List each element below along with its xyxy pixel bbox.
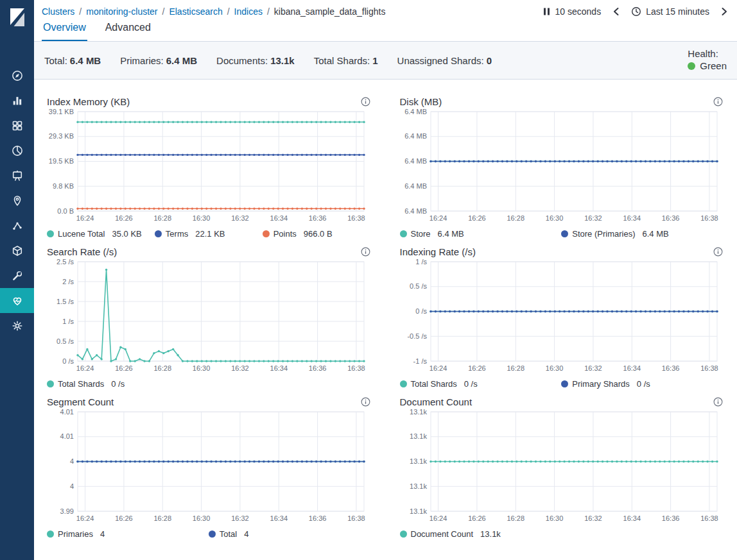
sidebar-item-dev-tools[interactable] xyxy=(0,263,34,288)
svg-text:16:38: 16:38 xyxy=(700,214,718,222)
svg-text:16:28: 16:28 xyxy=(154,364,172,372)
legend-dot-icon xyxy=(400,230,407,237)
legend-item[interactable]: Document Count13.1k xyxy=(400,529,724,539)
sidebar-item-dashboard[interactable] xyxy=(0,113,34,138)
svg-text:16:30: 16:30 xyxy=(545,364,563,372)
summary-stat: Total:6.4 MB xyxy=(44,55,101,66)
tab-overview[interactable]: Overview xyxy=(42,18,87,41)
legend-series-value: 6.4 MB xyxy=(438,229,464,239)
breadcrumb-item[interactable]: monitoring-cluster xyxy=(86,6,157,17)
svg-text:16:34: 16:34 xyxy=(270,514,288,522)
kibana-app: Clusters/monitoring-cluster/Elasticsearc… xyxy=(0,0,737,560)
legend-dot-icon xyxy=(209,530,216,538)
chart-disk: Disk (MB) 6.4 MB6.4 MB6.4 MB6.4 MB6.4 MB… xyxy=(400,96,724,239)
breadcrumb-item[interactable]: Elasticsearch xyxy=(169,6,222,17)
sidebar-item-infrastructure[interactable] xyxy=(0,238,34,263)
svg-text:16:32: 16:32 xyxy=(231,514,249,522)
dashboard-icon xyxy=(12,120,23,132)
legend-dot-icon xyxy=(155,230,162,237)
legend-series-name: Points xyxy=(273,229,297,239)
chart-plot: 0 /s0.5 /s1 /s1.5 /s2 /s2.5 /s16:2416:26… xyxy=(47,259,370,379)
time-forward-button[interactable] xyxy=(721,7,728,16)
info-icon[interactable] xyxy=(713,247,723,257)
legend-item[interactable]: Points966.0 B xyxy=(263,229,370,239)
svg-text:6.4 MB: 6.4 MB xyxy=(404,132,427,140)
svg-text:6.4 MB: 6.4 MB xyxy=(404,157,427,165)
chart-canvas: 3.99444.014.0116:2416:2616:2816:3016:321… xyxy=(47,409,370,527)
tab-advanced[interactable]: Advanced xyxy=(104,18,152,41)
svg-text:16:26: 16:26 xyxy=(468,214,486,222)
chart-title: Disk (MB) xyxy=(400,96,442,107)
breadcrumb-item: kibana_sample_data_flights xyxy=(274,6,386,17)
svg-text:16:26: 16:26 xyxy=(115,514,133,522)
breadcrumb-separator: / xyxy=(79,6,82,17)
summary-stat-value: 6.4 MB xyxy=(70,55,101,66)
legend-item[interactable]: Terms22.1 KB xyxy=(155,229,263,239)
summary-stat: Unassigned Shards:0 xyxy=(397,55,492,66)
svg-text:16:36: 16:36 xyxy=(309,514,327,522)
breadcrumb-item[interactable]: Indices xyxy=(234,6,263,17)
sidebar-item-discover[interactable] xyxy=(0,63,34,88)
svg-text:16:36: 16:36 xyxy=(309,364,327,372)
svg-text:13.1k: 13.1k xyxy=(410,432,427,440)
time-range-button[interactable]: Last 15 minutes xyxy=(631,6,709,17)
legend-item[interactable]: Store (Primaries)6.4 MB xyxy=(561,229,723,239)
legend-dot-icon xyxy=(561,380,568,387)
svg-text:16:24: 16:24 xyxy=(429,214,447,222)
svg-text:16:24: 16:24 xyxy=(429,364,447,372)
legend-item[interactable]: Total Shards0 /s xyxy=(400,379,562,389)
sidebar-item-management[interactable] xyxy=(0,313,34,338)
chart-canvas: -1 /s-0.5 /s0 /s0.5 /s1 /s16:2416:2616:2… xyxy=(400,259,723,377)
info-icon[interactable] xyxy=(713,397,723,407)
chart-legend: Total Shards0 /s xyxy=(47,379,370,389)
chart-title: Indexing Rate (/s) xyxy=(400,246,476,257)
breadcrumb-item[interactable]: Clusters xyxy=(42,6,74,17)
svg-text:16:34: 16:34 xyxy=(270,214,288,222)
legend-item[interactable]: Lucene Total35.0 KB xyxy=(47,229,155,239)
legend-series-value: 35.0 KB xyxy=(112,229,142,239)
legend-series-name: Store xyxy=(411,229,431,239)
info-icon[interactable] xyxy=(361,97,370,106)
legend-item[interactable]: Primary Shards0 /s xyxy=(561,379,723,389)
svg-text:16:30: 16:30 xyxy=(193,364,211,372)
svg-text:4: 4 xyxy=(70,482,74,490)
summary-stat: Total Shards:1 xyxy=(314,55,378,66)
time-back-button[interactable] xyxy=(612,7,620,16)
svg-text:29.3 KB: 29.3 KB xyxy=(49,132,74,140)
info-icon[interactable] xyxy=(361,397,370,407)
kibana-logo[interactable] xyxy=(0,0,34,27)
sidebar-item-timelion[interactable] xyxy=(0,138,34,163)
svg-text:2 /s: 2 /s xyxy=(62,278,74,285)
gear-icon xyxy=(12,320,23,332)
info-icon[interactable] xyxy=(713,97,723,106)
svg-text:16:38: 16:38 xyxy=(700,364,718,372)
pause-refresh-button[interactable]: 10 seconds xyxy=(542,6,602,17)
svg-text:1.5 /s: 1.5 /s xyxy=(56,298,74,305)
sidebar-item-machine-learning[interactable] xyxy=(0,213,34,238)
legend-item[interactable]: Total4 xyxy=(209,529,370,539)
chart-title: Index Memory (KB) xyxy=(47,96,130,107)
svg-text:16:34: 16:34 xyxy=(270,364,288,372)
chart-search-rate: Search Rate (/s) 0 /s0.5 /s1 /s1.5 /s2 /… xyxy=(47,246,370,389)
svg-text:13.1k: 13.1k xyxy=(410,409,427,416)
legend-item[interactable]: Total Shards0 /s xyxy=(47,379,370,389)
summary-stat-value: 6.4 MB xyxy=(166,55,197,66)
legend-item[interactable]: Primaries4 xyxy=(47,529,209,539)
info-icon[interactable] xyxy=(361,247,370,257)
summary-stat: Primaries:6.4 MB xyxy=(120,55,197,66)
chart-index-memory: Index Memory (KB) 0.0 B9.8 KB19.5 KB29.3… xyxy=(47,96,370,239)
wrench-icon xyxy=(12,270,23,282)
sidebar-item-monitoring[interactable] xyxy=(0,288,34,313)
sidebar-item-maps[interactable] xyxy=(0,188,34,213)
legend-item[interactable]: Store6.4 MB xyxy=(400,229,562,239)
summary-stat-value: 13.1k xyxy=(270,55,295,66)
sidebar-item-visualize[interactable] xyxy=(0,88,34,113)
chart-plot: 6.4 MB6.4 MB6.4 MB6.4 MB6.4 MB16:2416:26… xyxy=(400,108,724,229)
summary-stat: Documents:13.1k xyxy=(216,55,295,66)
sidebar-item-canvas[interactable] xyxy=(0,163,34,188)
pause-icon xyxy=(542,7,551,16)
top-controls: 10 seconds Last 15 minutes xyxy=(542,6,728,17)
legend-series-value: 0 /s xyxy=(464,379,478,389)
svg-text:6.4 MB: 6.4 MB xyxy=(404,182,427,190)
breadcrumb: Clusters/monitoring-cluster/Elasticsearc… xyxy=(42,6,385,17)
